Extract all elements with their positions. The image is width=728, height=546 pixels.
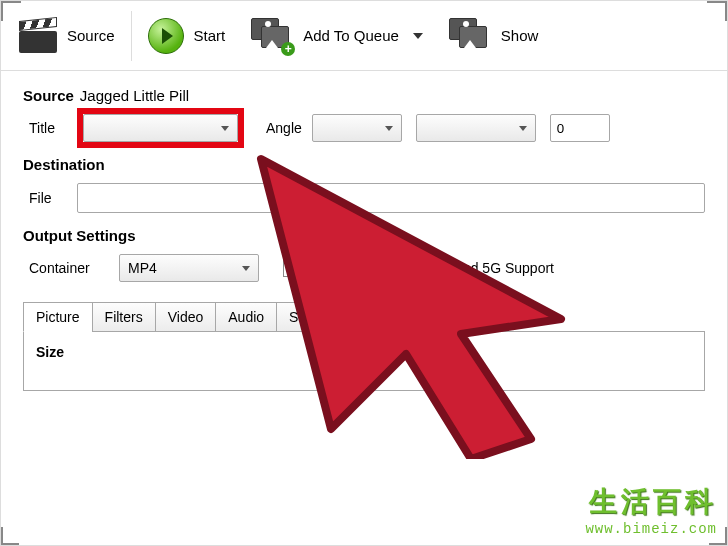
tab-chapters[interactable]: Chapters [355, 302, 438, 332]
watermark: 生活百科 www.bimeiz.com [585, 483, 717, 537]
open-source-button[interactable]: Source [9, 13, 125, 59]
play-icon [148, 18, 184, 54]
tabs: Picture Filters Video Audio Subtitles Ch… [23, 302, 705, 332]
chevron-down-icon [519, 126, 527, 131]
add-to-queue-button[interactable]: + Add To Queue [241, 12, 433, 60]
output-settings-label: Output Settings [23, 227, 705, 244]
show-label: Show [501, 27, 539, 44]
tab-picture[interactable]: Picture [23, 302, 93, 332]
tab-filters[interactable]: Filters [92, 302, 156, 332]
angle-label: Angle [266, 120, 302, 136]
file-input[interactable] [77, 183, 705, 213]
range-start-input[interactable] [550, 114, 610, 142]
chevron-down-icon [385, 126, 393, 131]
range-dropdown[interactable] [416, 114, 536, 142]
destination-label: Destination [23, 156, 705, 173]
ipod-support-label: iPod 5G Support [450, 260, 554, 276]
tab-body: Size [23, 331, 705, 391]
watermark-title: 生活百科 [585, 483, 717, 521]
chevron-down-icon [413, 33, 423, 39]
start-button[interactable]: Start [138, 12, 236, 60]
tab-subtitles[interactable]: Subtitles [276, 302, 356, 332]
gallery-add-icon: + [251, 18, 293, 54]
container-label: Container [23, 260, 109, 276]
source-label: Source [23, 87, 74, 104]
source-value: Jagged Little Pill [80, 87, 189, 104]
chevron-down-icon [221, 126, 229, 131]
start-label: Start [194, 27, 226, 44]
content-panel: Source Jagged Little Pill Title Angle De… [1, 71, 727, 391]
gallery-icon [449, 18, 491, 54]
container-dropdown[interactable]: MP4 [119, 254, 259, 282]
chevron-down-icon [242, 266, 250, 271]
angle-dropdown[interactable] [312, 114, 402, 142]
tab-audio[interactable]: Audio [215, 302, 277, 332]
size-label: Size [36, 344, 692, 360]
tab-video[interactable]: Video [155, 302, 217, 332]
file-label: File [23, 190, 77, 206]
clapperboard-icon [19, 19, 57, 53]
add-to-queue-label: Add To Queue [303, 27, 399, 44]
title-label: Title [23, 120, 83, 136]
web-optimized-label: Web Optimized [307, 260, 402, 276]
toolbar: Source Start + Add To Queue Show [1, 1, 727, 71]
toolbar-divider [131, 11, 132, 61]
ipod-support-checkbox[interactable] [426, 259, 444, 277]
container-dropdown-value: MP4 [128, 260, 157, 276]
title-dropdown[interactable] [83, 114, 238, 142]
web-optimized-checkbox[interactable] [283, 259, 301, 277]
show-queue-button[interactable]: Show [439, 12, 549, 60]
watermark-url: www.bimeiz.com [585, 521, 717, 537]
open-source-label: Source [67, 27, 115, 44]
